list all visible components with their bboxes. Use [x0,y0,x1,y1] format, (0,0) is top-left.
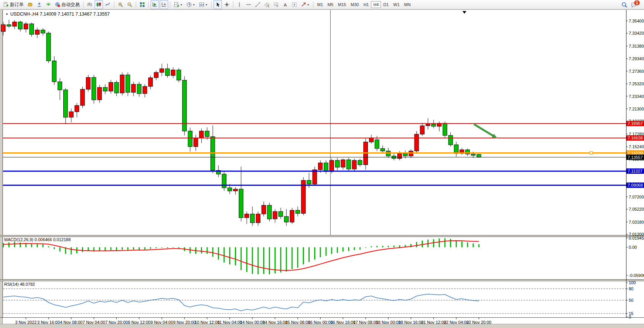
candle [126,75,130,93]
time-tick-label: 3 Nov 16:00 [37,320,60,324]
time-tick-label: 7 Nov 04:00 [83,320,105,324]
price-axis[interactable]: 7.354007.334207.313807.293407.273607.253… [626,10,644,317]
label-button[interactable]: T [290,0,299,9]
notifications-button[interactable]: 1 [630,0,641,9]
candle [92,77,96,100]
candle [239,189,243,218]
chart-shift-marker[interactable] [463,11,466,14]
candle [267,205,271,219]
candle [205,131,209,137]
candle [313,170,317,184]
timeframe-m30-button[interactable]: M30 [348,1,361,8]
market-profile-button[interactable] [26,0,34,9]
window-menu-icon[interactable]: ▼ [5,13,8,16]
macd-axis-label: 0.019452 [629,236,644,240]
arrow-object[interactable] [474,124,494,136]
candle [7,25,11,26]
new-order-button[interactable]: 新订单 [2,0,25,9]
text-a-icon: A [283,2,288,7]
auto-scroll-button[interactable] [151,0,159,9]
toolbar-separator [148,1,149,8]
timeframe-m15-button[interactable]: M15 [336,1,348,8]
tile-icon [140,2,145,7]
templates-button[interactable]: ▼ [198,0,209,9]
terminal-button[interactable] [35,0,43,9]
timeframe-h4-button[interactable]: H4 [371,1,381,8]
chart-title: ▼USDCNH-,H4 7.14009 7.14071 7.13467 7.13… [5,11,110,17]
indicators-button[interactable]: ▼ [172,0,184,9]
time-tick-label: 18 Nov 16:00 [398,320,423,324]
zoom-out-icon [127,2,132,7]
candle [228,188,232,191]
zoom-out-button[interactable] [125,0,134,9]
time-tick-label: 4 Nov 08:00 [60,320,82,324]
candle [369,138,373,142]
signals-button[interactable] [44,0,53,9]
search-button[interactable] [620,0,629,9]
time-tick-label: 14 Nov 16:00 [263,320,287,324]
timeframe-h1-button[interactable]: H1 [361,1,371,8]
candle [245,214,249,218]
price-tick-label: 7.33420 [629,31,644,35]
svg-text:7.13557: 7.13557 [628,155,643,160]
candle [432,124,436,126]
rsi-axis-label: 0 [629,315,631,319]
candle [188,131,192,147]
timeframe-d1-button[interactable]: D1 [381,1,391,8]
candle [290,210,294,222]
cursor-button[interactable] [214,0,222,9]
chart-shift-button[interactable] [160,0,168,9]
trendline-button[interactable] [254,0,262,9]
timeframe-m1-button[interactable]: M1 [315,1,325,8]
timeframe-w1-button[interactable]: W1 [391,1,402,8]
candle [58,82,62,90]
candle [251,214,255,223]
shift-a-icon [152,2,157,7]
line-handle[interactable] [590,152,593,154]
candles-icon [96,2,101,7]
candle [165,69,170,75]
candles-chart-button[interactable] [95,0,103,9]
price-tick-label: 7.15240 [629,144,644,149]
zoom-in-button[interactable] [116,0,125,9]
horizontal-line-button[interactable] [244,0,253,9]
candle [341,160,345,167]
periods-button[interactable]: ▼ [185,0,197,9]
crosshair-button[interactable] [223,0,231,9]
candle [335,160,339,167]
trendline-icon [255,2,260,7]
candle [477,154,481,157]
periods-icon [186,2,192,7]
candle [307,180,311,184]
vertical-line-button[interactable] [235,0,244,9]
candle [41,30,45,33]
candle [109,82,113,91]
fibo-icon: F [273,2,279,7]
timeframe-m5-button[interactable]: M5 [325,1,336,8]
svg-text:A: A [284,3,287,7]
candle [471,154,475,155]
bars-chart-button[interactable] [85,0,94,9]
time-axis[interactable]: 3 Nov 20223 Nov 16:004 Nov 08:007 Nov 04… [15,317,491,324]
candle [398,154,402,158]
candle [262,205,266,214]
text-button[interactable]: A [281,0,289,9]
fibonacci-button[interactable]: F [272,0,280,9]
profile-icon [27,2,33,7]
chart-ohlc-values: 7.14009 7.14071 7.13467 7.13557 [40,11,110,17]
candle [375,140,379,149]
arrows-button[interactable]: ▼ [299,0,311,9]
arrows-icon [301,2,306,7]
price-tick-label: 7.23340 [629,94,644,99]
toolbar-separator [170,1,170,8]
autotrade-button[interactable]: 自动交易 [53,0,81,9]
tile-windows-button[interactable] [138,0,146,9]
hline-icon [246,2,251,7]
price-tick-label: 7.03180 [629,220,644,224]
timeframe-mn-button[interactable]: MN [402,1,413,8]
line-chart-button[interactable] [104,0,112,9]
chart-canvas[interactable]: 7.354007.334207.313807.293407.273607.253… [0,10,644,324]
toolbar-separator [313,1,313,8]
channel-button[interactable]: E [263,0,271,9]
svg-text:T: T [293,3,295,7]
